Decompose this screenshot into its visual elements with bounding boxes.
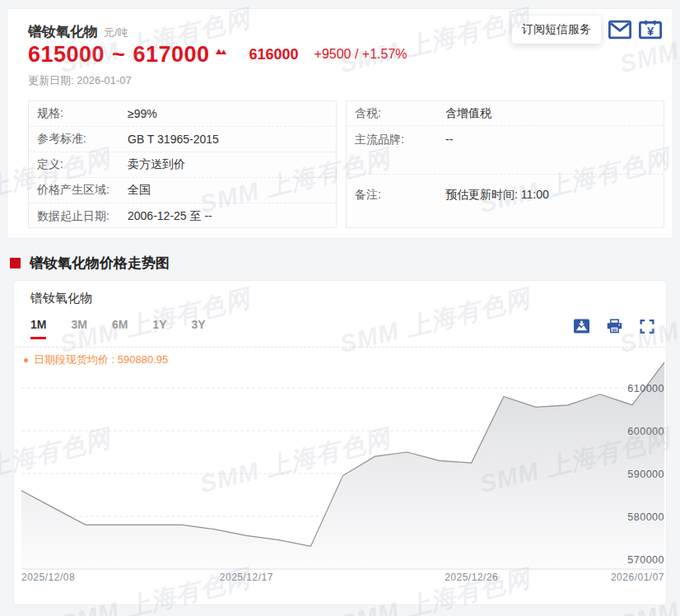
info-label: 参考标准: <box>37 132 128 147</box>
chart-toolbox <box>574 319 654 334</box>
price-area <box>21 362 664 569</box>
info-label: 数据起止日期: <box>37 209 128 224</box>
info-label: 定义: <box>37 157 128 172</box>
info-row: 数据起止日期:2006-12-25 至 -- <box>29 203 336 228</box>
price-average: 616000 <box>249 46 299 63</box>
tab-3m[interactable]: 3M <box>71 318 86 339</box>
info-label: 主流品牌: <box>355 133 445 147</box>
divider <box>15 347 665 348</box>
info-row: 规格:≥99% <box>29 101 336 127</box>
info-row: 参考标准:GB T 31965-2015 <box>29 127 336 152</box>
price-low: 615000 <box>28 42 105 68</box>
tab-1m[interactable]: 1M <box>30 318 46 339</box>
fullscreen-icon[interactable] <box>640 320 654 334</box>
price-change: +9500 / +1.57% <box>314 47 408 62</box>
print-icon[interactable] <box>607 319 622 334</box>
price-trend-svg: 5700005800005900006000006100002025/12/08… <box>14 360 668 606</box>
price-unit: 元/吨 <box>104 26 128 39</box>
section-title-row: 镨钕氧化物价格走势图 <box>10 254 170 273</box>
info-value: 全国 <box>128 183 151 198</box>
tax-info-panel: 含税:含增值税主流品牌:--备注:预估更新时间: 11:00 <box>346 100 664 228</box>
info-row: 主流品牌:-- <box>347 126 664 175</box>
x-axis-label: 2025/12/17 <box>220 572 273 583</box>
info-row: 定义:卖方送到价 <box>29 152 336 178</box>
tab-6m[interactable]: 6M <box>112 318 128 339</box>
summary-header: 镨钕氧化物元/吨 订阅短信服务 ¥ <box>7 9 673 41</box>
y-axis-label: 610000 <box>627 383 664 394</box>
commodity-title: 镨钕氧化物 <box>28 22 98 41</box>
mail-icon[interactable] <box>608 20 631 40</box>
info-value: -- <box>445 133 453 146</box>
info-label: 备注: <box>355 188 445 203</box>
x-axis-label: 2025/12/08 <box>21 572 75 583</box>
trend-up-icon <box>215 44 227 58</box>
price-subscribe-icon[interactable]: ¥ <box>639 20 662 40</box>
info-row: 含税:含增值税 <box>347 101 664 126</box>
subscribe-sms-button[interactable]: 订阅短信服务 <box>512 16 601 44</box>
svg-text:¥: ¥ <box>647 25 654 38</box>
price-summary-card: 镨钕氧化物元/吨 订阅短信服务 ¥ 615000 ~ 617000 616000… <box>7 8 673 239</box>
red-square-bullet-icon <box>10 258 21 268</box>
info-row: 价格产生区域:全国 <box>29 178 336 203</box>
save-image-icon[interactable] <box>574 319 589 334</box>
price-row: 615000 ~ 617000 616000 +9500 / +1.57% <box>28 40 408 68</box>
info-label: 规格: <box>37 106 128 121</box>
tab-1y[interactable]: 1Y <box>152 318 166 339</box>
chart-card: 镨钕氧化物 1M3M6M1Y3Y 日期段现货均价 : 590880.95 570… <box>13 280 667 605</box>
tab-3y[interactable]: 3Y <box>191 318 205 339</box>
price-trend-chart[interactable]: 5700005800005900006000006100002025/12/08… <box>14 360 668 606</box>
info-value: ≥99% <box>128 107 157 120</box>
price-high: 617000 <box>133 42 209 68</box>
header-actions: 订阅短信服务 ¥ <box>512 14 662 45</box>
info-label: 价格产生区域: <box>37 183 128 198</box>
section-title: 镨钕氧化物价格走势图 <box>30 254 170 273</box>
info-value: 2006-12-25 至 -- <box>128 209 212 224</box>
y-axis-label: 580000 <box>627 511 664 523</box>
x-axis-label: 2026/01/07 <box>611 572 664 583</box>
y-axis-label: 590000 <box>627 469 664 480</box>
range-tabs: 1M3M6M1Y3Y <box>30 317 231 339</box>
spec-info-panel: 规格:≥99%参考标准:GB T 31965-2015定义:卖方送到价价格产生区… <box>28 100 337 228</box>
update-date: 更新日期: 2026-01-07 <box>28 73 132 88</box>
chart-title: 镨钕氧化物 <box>30 291 92 306</box>
info-value: 含增值税 <box>445 106 491 121</box>
info-panels: 规格:≥99%参考标准:GB T 31965-2015定义:卖方送到价价格产生区… <box>28 100 664 228</box>
y-axis-label: 600000 <box>627 426 664 437</box>
info-label: 含税: <box>355 106 445 121</box>
x-axis-label: 2025/12/26 <box>445 572 498 583</box>
y-axis-label: 570000 <box>627 554 664 566</box>
info-value: 卖方送到价 <box>128 157 185 172</box>
info-value: GB T 31965-2015 <box>128 133 219 146</box>
page: 镨钕氧化物元/吨 订阅短信服务 ¥ 615000 ~ 617000 616000… <box>0 0 680 616</box>
info-row: 备注:预估更新时间: 11:00 <box>347 175 664 227</box>
info-value: 预估更新时间: 11:00 <box>445 188 549 203</box>
price-separator: ~ <box>112 42 125 68</box>
